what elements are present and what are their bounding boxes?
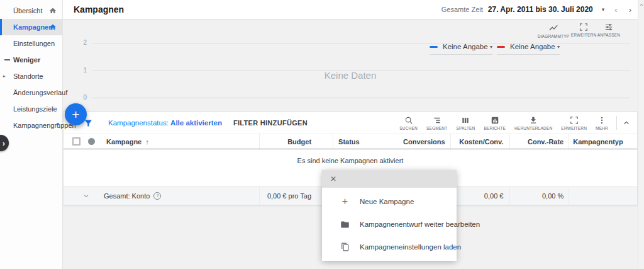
- previous-period-button[interactable]: ‹: [614, 5, 617, 14]
- segment-button[interactable]: SEGMENT: [422, 116, 452, 130]
- expand-label: ERWEITERN: [571, 33, 597, 37]
- segment-icon: [433, 116, 441, 125]
- chevron-down-icon[interactable]: [82, 192, 90, 200]
- adjust-chart-button[interactable]: ANPASSEN: [594, 23, 623, 37]
- date-range-value: 27. Apr. 2011 bis 30. Juli 2020: [488, 5, 593, 14]
- sidebar-item-label: Weniger: [13, 56, 40, 64]
- top-bar: Kampagnen Gesamte Zeit 27. Apr. 2011 bis…: [63, 0, 638, 20]
- google-ads-app: Übersicht Kampagnen Einstellungen Wenige…: [0, 0, 644, 269]
- reports-button[interactable]: BERICHTE: [480, 116, 510, 130]
- search-icon: [404, 116, 413, 125]
- sidebar-item-aenderungsverlauf[interactable]: Änderungsverlauf: [0, 84, 62, 101]
- column-header-kosten-conv[interactable]: Kosten/Conv.: [451, 134, 511, 149]
- sidebar-item-weniger[interactable]: Weniger: [0, 52, 62, 68]
- help-icon[interactable]: ?: [153, 192, 161, 200]
- status-circle-icon[interactable]: [88, 138, 95, 145]
- sidebar: Übersicht Kampagnen Einstellungen Wenige…: [0, 0, 63, 269]
- select-all-checkbox[interactable]: [72, 137, 80, 146]
- columns-icon: [461, 116, 470, 125]
- menu-item-label: Neue Kampagne: [360, 198, 414, 205]
- add-filter-button[interactable]: FILTER HINZUFÜGEN: [233, 119, 308, 127]
- page-title: Kampagnen: [74, 4, 124, 14]
- menu-item-kampagnenentwurf[interactable]: Kampagnenentwurf weiter bearbeiten: [322, 213, 457, 236]
- date-range-picker[interactable]: Gesamte Zeit 27. Apr. 2011 bis 30. Juli …: [441, 5, 631, 14]
- menu-item-einstellungen-laden[interactable]: Kampagneneinstellungen laden: [322, 236, 457, 258]
- search-button[interactable]: SUCHEN: [395, 116, 422, 130]
- plus-icon: +: [72, 107, 79, 122]
- home-icon: [49, 23, 57, 31]
- line-chart-icon: [548, 23, 558, 33]
- bar-chart-icon: [491, 116, 499, 125]
- sidebar-item-label: Einstellungen: [13, 40, 55, 47]
- total-kampagnentyp-value: [569, 186, 637, 205]
- sidebar-item-label: Standorte: [13, 72, 43, 80]
- download-button[interactable]: HERUNTERLADEN: [510, 116, 557, 130]
- copy-icon: [340, 243, 350, 251]
- scroll-up-icon[interactable]: [639, 3, 644, 8]
- performance-chart: 2 1 0 Keine Daten: [63, 38, 638, 112]
- table-header-row: Kampagne ↑ Budget Status Conversions Kos…: [64, 134, 637, 149]
- sidebar-item-label: Übersicht: [13, 7, 42, 14]
- arrow-right-icon: ▸: [3, 74, 6, 79]
- sidebar-item-label: Kampagnen: [13, 23, 53, 31]
- sidebar-item-kampagnengruppen[interactable]: Kampagnengruppen: [0, 117, 62, 134]
- column-header-conv-rate[interactable]: Conv.-Rate: [510, 134, 569, 149]
- fullscreen-icon: [579, 23, 588, 31]
- new-campaign-fab[interactable]: +: [65, 103, 87, 125]
- sidebar-item-label: Änderungsverlauf: [13, 89, 67, 96]
- tool-label: ERWEITERN: [561, 126, 587, 130]
- column-header-budget[interactable]: Budget: [259, 134, 333, 149]
- filter-bar: Kampagnenstatus: Alle aktivierten FILTER…: [64, 112, 637, 134]
- status-filter-label: Kampagnenstatus:: [108, 119, 169, 127]
- sidebar-item-kampagnen[interactable]: Kampagnen: [0, 19, 62, 35]
- table-toolbar: SUCHEN SEGMENT SPALTEN: [395, 116, 637, 130]
- sidebar-item-label: Kampagnengruppen: [13, 122, 76, 129]
- total-conv-rate-value: 0,00 %: [510, 186, 569, 205]
- more-button[interactable]: MEHR: [591, 116, 613, 130]
- close-icon[interactable]: ✕: [330, 175, 336, 183]
- home-icon: [49, 7, 57, 14]
- tool-label: MEHR: [596, 126, 608, 130]
- sidebar-item-leistungsziele[interactable]: Leistungsziele: [0, 101, 62, 117]
- tool-label: BERICHTE: [484, 126, 506, 130]
- chart-empty-message: Keine Daten: [63, 70, 638, 81]
- campaign-status-filter[interactable]: Kampagnenstatus: Alle aktivierten: [108, 119, 222, 127]
- more-vert-icon: [597, 116, 606, 125]
- new-campaign-menu: ✕ + Neue Kampagne Kampagnenentwurf weite…: [322, 170, 457, 261]
- download-icon: [529, 116, 538, 125]
- sidebar-item-label: Leistungsziele: [13, 105, 57, 113]
- chevron-down-icon[interactable]: ▾: [602, 6, 605, 13]
- sidebar-item-einstellungen[interactable]: Einstellungen: [0, 35, 62, 52]
- chevron-right-icon: ›: [3, 139, 5, 148]
- folder-icon: [340, 220, 350, 229]
- fullscreen-icon: [570, 116, 579, 125]
- menu-item-neue-kampagne[interactable]: + Neue Kampagne: [322, 190, 457, 213]
- tool-label: HERUNTERLADEN: [514, 126, 552, 130]
- chart-type-button[interactable]: DIAGRAMMTYP: [536, 23, 571, 38]
- total-row-label: Gesamt: Konto: [104, 192, 150, 200]
- total-kosten-conv-value: 0,00 €: [451, 186, 511, 205]
- sidebar-item-uebersicht[interactable]: Übersicht: [0, 3, 62, 19]
- tune-icon: [604, 23, 613, 31]
- gridline: [92, 43, 630, 43]
- column-header-kampagnentyp[interactable]: Kampagnentyp: [569, 134, 637, 149]
- collapse-table-button[interactable]: [622, 118, 631, 127]
- expand-table-button[interactable]: ERWEITERN: [557, 116, 591, 130]
- y-axis-tick: 0: [78, 94, 87, 101]
- tool-label: SPALTEN: [456, 126, 475, 130]
- minus-icon: [4, 59, 10, 60]
- column-header-conversions[interactable]: Conversions: [390, 134, 451, 149]
- column-header-status[interactable]: Status: [333, 134, 390, 149]
- plus-icon: +: [340, 196, 350, 207]
- sidebar-item-standorte[interactable]: ▸ Standorte: [0, 68, 62, 84]
- scrollbar[interactable]: [638, 0, 644, 269]
- popup-header: ✕: [322, 170, 457, 188]
- tool-label: SEGMENT: [426, 126, 448, 130]
- tool-label: SUCHEN: [399, 126, 418, 130]
- columns-button[interactable]: SPALTEN: [452, 116, 479, 130]
- gridline: [92, 98, 630, 98]
- column-header-kampagne[interactable]: Kampagne: [106, 138, 142, 146]
- next-period-button[interactable]: ›: [629, 5, 631, 14]
- date-range-label: Gesamte Zeit: [441, 6, 483, 13]
- y-axis-tick: 2: [78, 39, 87, 46]
